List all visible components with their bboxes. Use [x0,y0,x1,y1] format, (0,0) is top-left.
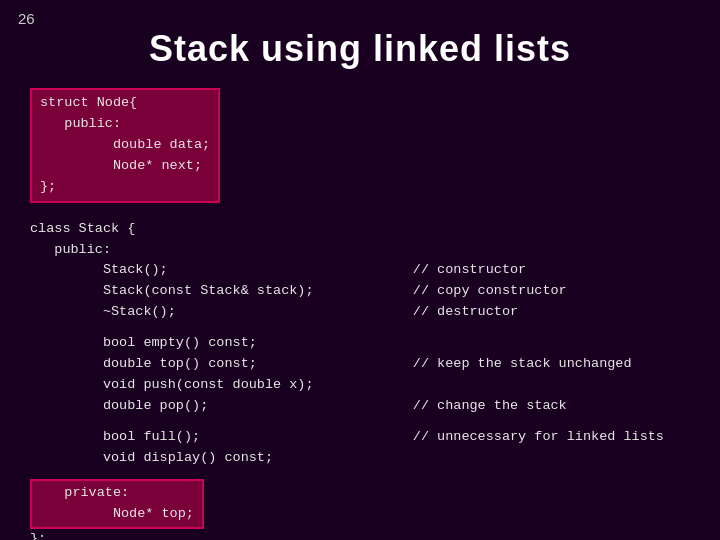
struct-line-1: struct Node{ [40,95,137,110]
method-line-3: void push(const double x); [30,375,413,396]
public-label: public: [30,240,690,261]
class-block: class Stack { public: Stack(); // constr… [30,219,690,540]
method-comment-3 [413,375,690,396]
full-row-1: bool full(); // unnecessary for linked l… [30,427,690,448]
method-row-1: bool empty() const; [30,333,690,354]
full-table: bool full(); // unnecessary for linked l… [30,427,690,469]
class-closing: }; [30,529,690,540]
method-row-4: double pop(); // change the stack [30,396,690,417]
constructor-comment-1: // constructor [413,260,690,281]
struct-line-4: Node* next; [40,158,202,173]
private-label: private: [40,485,129,500]
slide-number: 26 [18,10,35,27]
full-row-2: void display() const; [30,448,690,469]
method-line-1: bool empty() const; [30,333,413,354]
method-row-3: void push(const double x); [30,375,690,396]
struct-line-3: double data; [40,137,210,152]
constructor-row-3: ~Stack(); // destructor [30,302,690,323]
methods-table: bool empty() const; double top() const; … [30,333,690,417]
constructor-table: Stack(); // constructor Stack(const Stac… [30,260,690,323]
struct-line-5: }; [40,179,56,194]
private-block: private: Node* top; [30,479,204,529]
private-node-top: Node* top; [40,506,194,521]
method-line-4: double pop(); [30,396,413,417]
method-row-2: double top() const; // keep the stack un… [30,354,690,375]
code-content: struct Node{ public: double data; Node* … [0,88,720,540]
full-line-2: void display() const; [30,448,413,469]
constructor-comment-2: // copy constructor [413,281,690,302]
constructor-line-1: Stack(); [30,260,413,281]
method-comment-2: // keep the stack unchanged [413,354,690,375]
constructor-row-2: Stack(const Stack& stack); // copy const… [30,281,690,302]
constructor-line-3: ~Stack(); [30,302,413,323]
constructor-line-2: Stack(const Stack& stack); [30,281,413,302]
constructor-comment-3: // destructor [413,302,690,323]
full-line-1: bool full(); [30,427,413,448]
method-comment-1 [413,333,690,354]
constructor-row-1: Stack(); // constructor [30,260,690,281]
struct-block: struct Node{ public: double data; Node* … [30,88,690,203]
full-comment-1: // unnecessary for linked lists [413,427,690,448]
full-comment-2 [413,448,690,469]
slide-title: Stack using linked lists [0,0,720,88]
struct-line-2: public: [40,116,121,131]
class-header: class Stack { [30,219,690,240]
method-comment-4: // change the stack [413,396,690,417]
method-line-2: double top() const; [30,354,413,375]
